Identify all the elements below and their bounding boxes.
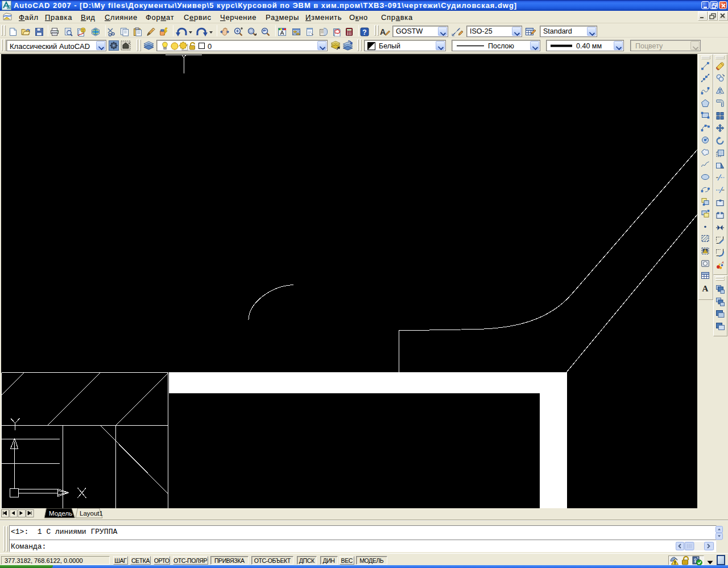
svg-text:Послою: Послою — [488, 42, 514, 50]
svg-text:A: A — [702, 284, 708, 293]
svg-text:A: A — [380, 27, 386, 36]
svg-text:Layout1: Layout1 — [80, 510, 103, 517]
svg-text:?: ? — [362, 28, 366, 36]
svg-text:Модель: Модель — [49, 510, 72, 517]
svg-text:0.40 мм: 0.40 мм — [576, 42, 602, 50]
